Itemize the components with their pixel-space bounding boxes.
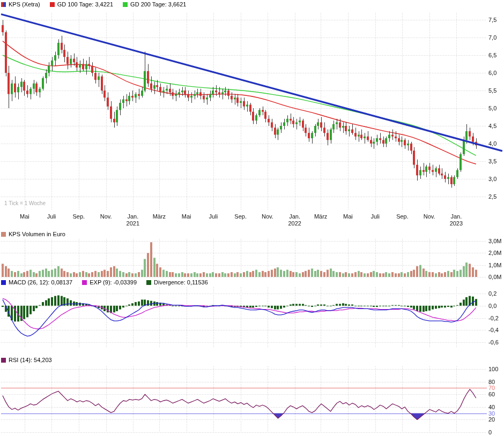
divergence-icon [146,280,151,285]
price-legend-gd200-item: GD 200 Tage: 3,6621 [123,1,186,7]
chart-canvas [0,0,504,436]
rsi-icon [1,358,6,363]
gd200-icon [123,2,128,7]
kps-candle-icon [1,2,6,7]
gd200-label: GD 200 Tage: 3,6621 [130,1,186,7]
macd-legend-macd-item: MACD (26, 12): 0,08137 [1,279,72,285]
gd100-icon [50,2,55,7]
macd-legend: MACD (26, 12): 0,08137 EXP (9): -0,03399… [1,279,218,285]
gd100-label: GD 100 Tage: 3,4221 [57,1,113,7]
volume-icon [1,232,6,237]
macd-legend-exp-item: EXP (9): -0,03399 [82,279,137,285]
rsi-legend-item: RSI (14): 54,203 [1,357,52,363]
kps-symbol-label: KPS (Xetra) [9,1,40,7]
macd-label: MACD (26, 12): 0,08137 [9,279,72,285]
volume-label: KPS Volumen in Euro [9,231,65,237]
exp-label: EXP (9): -0,03399 [90,279,137,285]
price-legend-symbol-item: KPS (Xetra) [1,1,40,7]
macd-legend-divergence-item: Divergence: 0,11536 [146,279,208,285]
macd-icon [1,280,6,285]
volume-legend-item: KPS Volumen in Euro [1,231,65,237]
rsi-label: RSI (14): 54,203 [9,357,52,363]
stock-chart-page: KPS (Xetra) GD 100 Tage: 3,4221 GD 200 T… [0,0,504,436]
rsi-legend: RSI (14): 54,203 [1,357,62,363]
exp-icon [82,280,87,285]
price-legend-gd100-item: GD 100 Tage: 3,4221 [50,1,113,7]
volume-legend: KPS Volumen in Euro [1,231,75,237]
price-legend: KPS (Xetra) GD 100 Tage: 3,4221 GD 200 T… [1,1,196,7]
divergence-label: Divergence: 0,11536 [154,279,208,285]
